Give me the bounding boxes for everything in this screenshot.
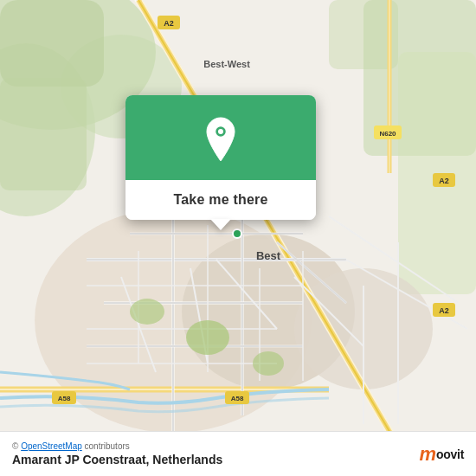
- location-pin-icon: [202, 116, 240, 163]
- svg-rect-4: [0, 0, 104, 87]
- svg-text:Best-West: Best-West: [203, 59, 250, 69]
- svg-text:A2: A2: [439, 306, 449, 315]
- location-name: Amarant JP Coenstraat, Netherlands: [12, 453, 222, 466]
- moovit-m-letter: m: [419, 445, 436, 464]
- moovit-logo: moovit: [419, 445, 464, 464]
- map-svg: A2 A2 A2 N620 A58 A58 N Best-West Best: [0, 0, 476, 476]
- svg-rect-5: [0, 78, 87, 190]
- moovit-text: oovit: [436, 447, 464, 461]
- svg-point-50: [130, 299, 164, 325]
- popup-card: Take me there: [125, 95, 316, 220]
- contributors-text: contributors: [82, 441, 130, 451]
- svg-text:A2: A2: [439, 177, 449, 185]
- footer-left: © OpenStreetMap contributors Amarant JP …: [12, 441, 222, 466]
- copyright-text: © OpenStreetMap contributors: [12, 441, 222, 451]
- svg-text:A2: A2: [164, 19, 174, 28]
- svg-point-68: [233, 229, 241, 238]
- copyright-symbol: ©: [12, 441, 21, 451]
- svg-point-49: [186, 320, 229, 355]
- svg-text:Best: Best: [256, 249, 281, 262]
- footer-bar: © OpenStreetMap contributors Amarant JP …: [0, 431, 476, 476]
- osm-link[interactable]: OpenStreetMap: [21, 441, 82, 451]
- svg-text:N620: N620: [379, 130, 396, 138]
- map-container: A2 A2 A2 N620 A58 A58 N Best-West Best: [0, 0, 476, 476]
- svg-point-51: [253, 351, 284, 376]
- popup-green-area: [125, 95, 316, 180]
- svg-point-70: [218, 129, 223, 134]
- svg-text:A58: A58: [231, 395, 244, 402]
- svg-text:A58: A58: [58, 395, 71, 402]
- take-me-there-button[interactable]: Take me there: [125, 180, 316, 220]
